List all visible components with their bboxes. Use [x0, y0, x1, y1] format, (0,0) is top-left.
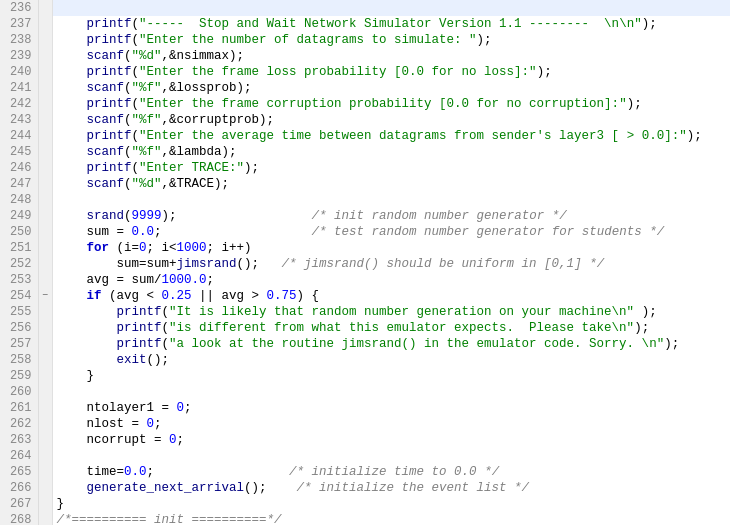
code-line [52, 384, 730, 400]
table-row: 266 generate_next_arrival(); /* initiali… [0, 480, 730, 496]
line-number: 260 [0, 384, 38, 400]
fold-indicator [38, 0, 52, 16]
fold-indicator [38, 512, 52, 525]
table-row: 263 ncorrupt = 0; [0, 432, 730, 448]
fold-indicator [38, 160, 52, 176]
table-row: 236 [0, 0, 730, 16]
fold-indicator[interactable]: − [38, 288, 52, 304]
table-row: 256 printf("is different from what this … [0, 320, 730, 336]
code-line [52, 448, 730, 464]
line-number: 263 [0, 432, 38, 448]
line-number: 267 [0, 496, 38, 512]
table-row: 251 for (i=0; i<1000; i++) [0, 240, 730, 256]
line-number: 239 [0, 48, 38, 64]
code-line: } [52, 496, 730, 512]
table-row: 241 scanf("%f",&lossprob); [0, 80, 730, 96]
line-number: 241 [0, 80, 38, 96]
code-line: sum=sum+jimsrand(); /* jimsrand() should… [52, 256, 730, 272]
line-number: 268 [0, 512, 38, 525]
line-number: 248 [0, 192, 38, 208]
table-row: 258 exit(); [0, 352, 730, 368]
table-row: 247 scanf("%d",&TRACE); [0, 176, 730, 192]
line-number: 264 [0, 448, 38, 464]
fold-indicator [38, 496, 52, 512]
line-number: 251 [0, 240, 38, 256]
code-line: scanf("%f",&corruptprob); [52, 112, 730, 128]
code-line [52, 192, 730, 208]
table-row: 252 sum=sum+jimsrand(); /* jimsrand() sh… [0, 256, 730, 272]
fold-indicator [38, 224, 52, 240]
line-number: 265 [0, 464, 38, 480]
fold-indicator [38, 448, 52, 464]
table-row: 261 ntolayer1 = 0; [0, 400, 730, 416]
code-line: printf("Enter the frame corruption proba… [52, 96, 730, 112]
code-line: printf("It is likely that random number … [52, 304, 730, 320]
table-row: 244 printf("Enter the average time betwe… [0, 128, 730, 144]
code-line: scanf("%f",&lambda); [52, 144, 730, 160]
table-row: 259 } [0, 368, 730, 384]
table-row: 267} [0, 496, 730, 512]
fold-indicator [38, 336, 52, 352]
code-editor: 236237 printf("----- Stop and Wait Netwo… [0, 0, 730, 525]
line-number: 244 [0, 128, 38, 144]
line-number: 245 [0, 144, 38, 160]
code-line: generate_next_arrival(); /* initialize t… [52, 480, 730, 496]
line-number: 266 [0, 480, 38, 496]
line-number: 247 [0, 176, 38, 192]
table-row: 268/*========== init ==========*/ [0, 512, 730, 525]
line-number: 253 [0, 272, 38, 288]
table-row: 262 nlost = 0; [0, 416, 730, 432]
line-number: 246 [0, 160, 38, 176]
line-number: 255 [0, 304, 38, 320]
fold-indicator [38, 112, 52, 128]
table-row: 265 time=0.0; /* initialize time to 0.0 … [0, 464, 730, 480]
table-row: 238 printf("Enter the number of datagram… [0, 32, 730, 48]
fold-indicator [38, 432, 52, 448]
table-row: 242 printf("Enter the frame corruption p… [0, 96, 730, 112]
code-line: srand(9999); /* init random number gener… [52, 208, 730, 224]
line-number: 259 [0, 368, 38, 384]
line-number: 236 [0, 0, 38, 16]
line-number: 242 [0, 96, 38, 112]
line-number: 240 [0, 64, 38, 80]
fold-indicator [38, 128, 52, 144]
fold-indicator [38, 384, 52, 400]
line-number: 257 [0, 336, 38, 352]
fold-indicator [38, 64, 52, 80]
line-number: 252 [0, 256, 38, 272]
code-line: if (avg < 0.25 || avg > 0.75) { [52, 288, 730, 304]
code-line: printf("Enter the average time between d… [52, 128, 730, 144]
code-line: printf("Enter the number of datagrams to… [52, 32, 730, 48]
line-number: 254 [0, 288, 38, 304]
code-line: sum = 0.0; /* test random number generat… [52, 224, 730, 240]
line-number: 243 [0, 112, 38, 128]
code-line: printf("----- Stop and Wait Network Simu… [52, 16, 730, 32]
fold-indicator [38, 192, 52, 208]
table-row: 254− if (avg < 0.25 || avg > 0.75) { [0, 288, 730, 304]
fold-indicator [38, 256, 52, 272]
line-number: 262 [0, 416, 38, 432]
fold-indicator [38, 96, 52, 112]
code-line [52, 0, 730, 16]
table-row: 264 [0, 448, 730, 464]
fold-indicator [38, 208, 52, 224]
fold-indicator [38, 304, 52, 320]
line-number: 237 [0, 16, 38, 32]
code-table: 236237 printf("----- Stop and Wait Netwo… [0, 0, 730, 525]
line-number: 258 [0, 352, 38, 368]
fold-indicator [38, 464, 52, 480]
table-row: 237 printf("----- Stop and Wait Network … [0, 16, 730, 32]
code-line: } [52, 368, 730, 384]
line-number: 261 [0, 400, 38, 416]
table-row: 243 scanf("%f",&corruptprob); [0, 112, 730, 128]
fold-indicator [38, 400, 52, 416]
line-number: 238 [0, 32, 38, 48]
code-line: ntolayer1 = 0; [52, 400, 730, 416]
code-line: /*========== init ==========*/ [52, 512, 730, 525]
code-line: printf("is different from what this emul… [52, 320, 730, 336]
code-line: for (i=0; i<1000; i++) [52, 240, 730, 256]
line-number: 249 [0, 208, 38, 224]
table-row: 246 printf("Enter TRACE:"); [0, 160, 730, 176]
table-row: 250 sum = 0.0; /* test random number gen… [0, 224, 730, 240]
fold-indicator [38, 80, 52, 96]
